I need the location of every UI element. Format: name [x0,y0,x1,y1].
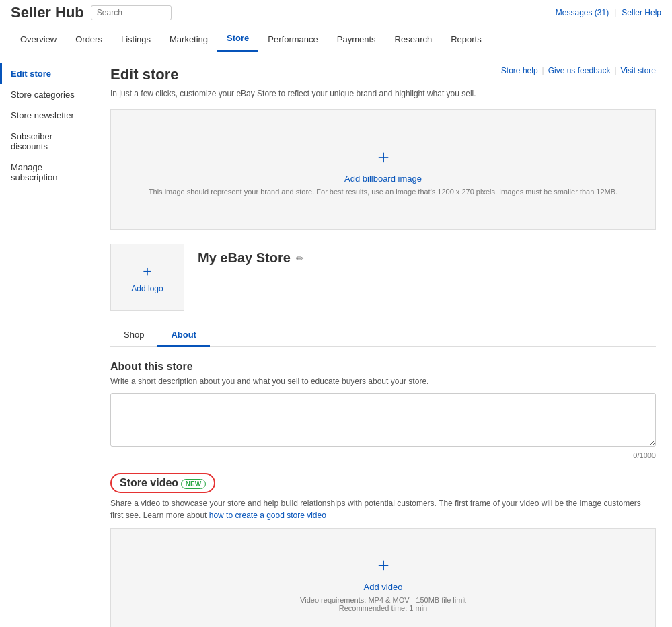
page-title: Edit store [110,66,178,83]
video-requirements: Video requirements: MP4 & MOV - 150MB fi… [300,596,466,612]
top-bar-left: Seller Hub [11,4,172,22]
store-video-highlight: Store video NEW [110,473,215,493]
search-input[interactable] [91,5,172,20]
sidebar-item-manage-subscription[interactable]: Manage subscription [0,157,94,188]
page-subtitle: In just a few clicks, customize your eBa… [110,89,656,98]
store-video-section: Store video NEW Share a video to showcas… [110,473,656,627]
store-tabs: Shop About [110,324,656,347]
edit-store-name-icon[interactable]: ✏ [296,253,304,264]
store-video-header: Store video NEW [110,473,656,493]
nav-listings[interactable]: Listings [112,28,160,51]
seller-help-link[interactable]: Seller Help [622,8,661,17]
nav-orders[interactable]: Orders [66,28,112,51]
give-feedback-link[interactable]: Give us feedback [548,66,611,75]
top-bar: Seller Hub Messages (31) | Seller Help [0,0,672,26]
add-video-icon: ＋ [374,552,393,578]
sidebar-item-subscriber-discounts[interactable]: Subscriber discounts [0,126,94,157]
billboard-hint: This image should represent your brand a… [149,188,618,196]
billboard-area[interactable]: ＋ Add billboard image This image should … [110,109,656,230]
video-upload-area[interactable]: ＋ Add video Video requirements: MP4 & MO… [110,528,656,627]
about-section-title: About this store [110,361,656,373]
about-section: About this store Write a short descripti… [110,361,656,459]
about-textarea[interactable] [110,393,656,447]
new-badge: NEW [181,479,206,489]
store-help-link[interactable]: Store help [501,66,538,75]
layout: Edit store Store categories Store newsle… [0,52,672,627]
nav-store[interactable]: Store [217,26,258,52]
seller-hub-title: Seller Hub [11,4,84,22]
nav-overview[interactable]: Overview [11,28,66,51]
nav-research[interactable]: Research [385,28,442,51]
store-name-row: My eBay Store ✏ [198,244,304,266]
tab-shop[interactable]: Shop [110,324,157,347]
top-bar-right: Messages (31) | Seller Help [556,8,661,17]
add-logo-label: Add logo [131,284,163,293]
nav-reports[interactable]: Reports [441,28,491,51]
page-header-links: Store help | Give us feedback | Visit st… [501,66,656,75]
page-header: Edit store Store help | Give us feedback… [110,66,656,83]
main-content: Edit store Store help | Give us feedback… [94,52,672,627]
nav-performance[interactable]: Performance [258,28,327,51]
main-nav: Overview Orders Listings Marketing Store… [0,26,672,52]
add-logo-icon: ＋ [140,261,155,281]
store-name: My eBay Store [198,250,291,266]
about-section-hint: Write a short description about you and … [110,377,656,386]
add-video-link[interactable]: Add video [364,582,403,592]
sidebar-item-store-categories[interactable]: Store categories [0,84,94,105]
visit-store-link[interactable]: Visit store [621,66,656,75]
about-char-count: 0/1000 [110,451,656,459]
sidebar-item-edit-store[interactable]: Edit store [0,63,94,84]
store-video-link[interactable]: how to create a good store video [209,511,326,520]
store-video-desc: Share a video to showcase your store and… [110,497,656,521]
tab-about[interactable]: About [157,324,210,347]
store-info-row: ＋ Add logo My eBay Store ✏ [110,244,656,311]
add-billboard-link[interactable]: Add billboard image [344,174,422,184]
nav-payments[interactable]: Payments [328,28,385,51]
add-billboard-icon: ＋ [374,144,393,170]
messages-link[interactable]: Messages (31) [556,8,609,17]
sidebar-item-store-newsletter[interactable]: Store newsletter [0,105,94,126]
sidebar: Edit store Store categories Store newsle… [0,52,94,627]
store-video-title: Store video [120,477,178,488]
logo-box[interactable]: ＋ Add logo [110,244,184,311]
nav-marketing[interactable]: Marketing [160,28,217,51]
